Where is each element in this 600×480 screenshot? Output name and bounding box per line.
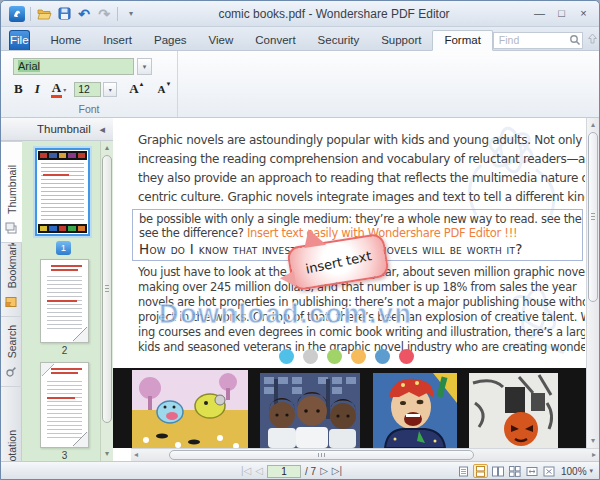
page-thumbnail-1[interactable] [35, 148, 90, 236]
font-family-dropdown-icon[interactable]: ▾ [137, 58, 152, 75]
zoom-dropdown-icon[interactable]: ▾ [590, 467, 594, 475]
undo-icon[interactable]: ↶ [75, 5, 93, 22]
quick-access-dropdown-icon[interactable]: ▾ [122, 5, 140, 22]
next-page-button[interactable]: ▷ [320, 466, 328, 476]
color-dot [375, 349, 390, 364]
close-button[interactable]: × [574, 6, 593, 21]
comic-panel-creatures [132, 370, 248, 450]
page-thumbnail-3[interactable] [40, 362, 89, 448]
italic-button[interactable]: I [32, 81, 43, 98]
page-number-badge: 1 [56, 241, 71, 255]
thumbnail-panel: 1 2 3 ▴ [22, 141, 113, 461]
single-page-view-button[interactable] [456, 464, 471, 478]
font-group: Arial ▾ B I A ▾ 12 ▾ A▲ A▼ Font [1, 51, 178, 117]
bold-button[interactable]: B [11, 81, 26, 98]
page-number-input[interactable]: 1 [267, 465, 301, 478]
maximize-button[interactable]: □ [552, 6, 571, 21]
page-number-label: 2 [40, 345, 89, 356]
search-icon [569, 32, 581, 50]
window-title: comic books.pdf - Wondershare PDF Editor [141, 7, 527, 21]
font-color-button[interactable]: A [51, 81, 62, 98]
sidebar-tab-search[interactable]: Search [1, 317, 22, 387]
tab-insert[interactable]: Insert [92, 31, 143, 50]
scrollbar-thumb[interactable] [169, 450, 474, 460]
font-size-select[interactable]: 12 [74, 82, 101, 97]
minimize-button[interactable]: — [530, 6, 549, 21]
thumbnail-scrollbar[interactable]: ▴ ▾ [100, 141, 113, 461]
facing-pages-view-button[interactable] [490, 464, 505, 478]
font-family-select[interactable]: Arial [13, 58, 134, 75]
save-icon[interactable] [55, 5, 73, 22]
document-vertical-scrollbar[interactable]: ▴ ▾ [586, 118, 599, 448]
fit-width-button[interactable] [524, 464, 539, 478]
scroll-up-icon[interactable]: ▴ [101, 142, 113, 154]
page-total-label: / 7 [305, 466, 316, 477]
shrink-font-button[interactable]: A▼ [154, 81, 174, 98]
find-area [493, 30, 600, 50]
document-view[interactable]: Graphic novels are astoundingly popular … [113, 118, 599, 461]
pages-icon [3, 222, 21, 234]
grid-view-button[interactable] [507, 464, 522, 478]
ribbon-tab-bar: File Home Insert Pages View Convert Secu… [1, 27, 599, 51]
document-text-line: centric culture. Graphic novels integrat… [138, 188, 585, 207]
sidebar-tab-thumbnail[interactable]: Thumbnail [1, 141, 22, 243]
scroll-right-icon[interactable]: ▸ [592, 449, 596, 461]
sidebar-tab-bookmark[interactable]: Bookmark [1, 243, 22, 317]
zoom-level-value: 100% [561, 466, 587, 477]
font-color-dropdown-icon[interactable]: ▾ [63, 86, 66, 93]
thumb2-heading-line [51, 265, 82, 267]
tab-pages[interactable]: Pages [143, 31, 198, 50]
scrollbar-thumb[interactable] [102, 155, 112, 423]
tab-home[interactable]: Home [40, 31, 93, 50]
callout-text: insert text [304, 248, 373, 277]
scroll-left-icon[interactable]: ◂ [134, 449, 138, 461]
redo-icon[interactable]: ↷ [95, 5, 113, 22]
comic-panel-sketch [469, 373, 558, 448]
search-icon [3, 366, 21, 378]
continuous-view-button[interactable] [473, 464, 488, 478]
view-mode-buttons [456, 464, 556, 478]
thumb1-red-line [43, 174, 69, 176]
thumb3-text-lines [47, 381, 82, 439]
thumb2-heading-line [51, 269, 78, 271]
app-logo-icon [8, 5, 26, 22]
page-navigation: |◁ ◁ 1 / 7 ▷ ▷| [241, 462, 342, 480]
previous-page-button[interactable]: ◁ [255, 466, 263, 476]
collapse-panel-icon[interactable]: ◂ [99, 122, 105, 136]
color-dot [279, 349, 294, 364]
color-dot [303, 349, 318, 364]
fit-page-button[interactable] [541, 464, 556, 478]
last-page-button[interactable]: ▷| [332, 466, 342, 476]
tab-format[interactable]: Format [432, 30, 492, 51]
first-page-button[interactable]: |◁ [241, 466, 251, 476]
tab-support[interactable]: Support [370, 31, 432, 50]
tab-file[interactable]: File [9, 30, 30, 50]
sidebar-tab-strip: Thumbnail Bookmark Search Annotation [1, 141, 22, 461]
scroll-up-icon[interactable]: ▴ [587, 119, 599, 131]
thumb1-bottom-comics [38, 224, 87, 233]
scroll-down-icon[interactable]: ▾ [587, 435, 599, 447]
document-horizontal-scrollbar[interactable]: ◂ ▸ [131, 448, 599, 461]
tab-view[interactable]: View [198, 31, 245, 50]
page-thumbnail-2[interactable] [40, 259, 89, 343]
thumb2-red-line [47, 300, 77, 302]
color-dot [399, 349, 414, 364]
title-bar: ↶ ↷ ▾ comic books.pdf - Wondershare PDF … [1, 1, 599, 27]
tab-convert[interactable]: Convert [244, 31, 306, 50]
open-file-icon[interactable] [35, 5, 53, 22]
zoom-control[interactable]: 100% ▾ [561, 462, 593, 480]
comic-panel-pirate [373, 373, 457, 448]
tab-security[interactable]: Security [307, 31, 371, 50]
scroll-down-icon[interactable]: ▾ [101, 448, 113, 460]
toolbar-separator [30, 7, 31, 21]
font-group-label: Font [1, 103, 177, 115]
download-watermark: Download.com.vn [159, 299, 413, 330]
sidebar-panel-title: Thumbnail [37, 123, 91, 135]
status-bar: |◁ ◁ 1 / 7 ▷ ▷| [1, 461, 599, 479]
find-previous-icon[interactable] [586, 32, 600, 46]
thumb2-text-lines [47, 276, 82, 332]
grow-font-button[interactable]: A▲ [126, 81, 147, 98]
document-text-line: Graphic novels are astoundingly popular … [138, 131, 585, 150]
font-size-dropdown-icon[interactable]: ▾ [103, 82, 117, 97]
scrollbar-thumb[interactable] [588, 132, 598, 302]
